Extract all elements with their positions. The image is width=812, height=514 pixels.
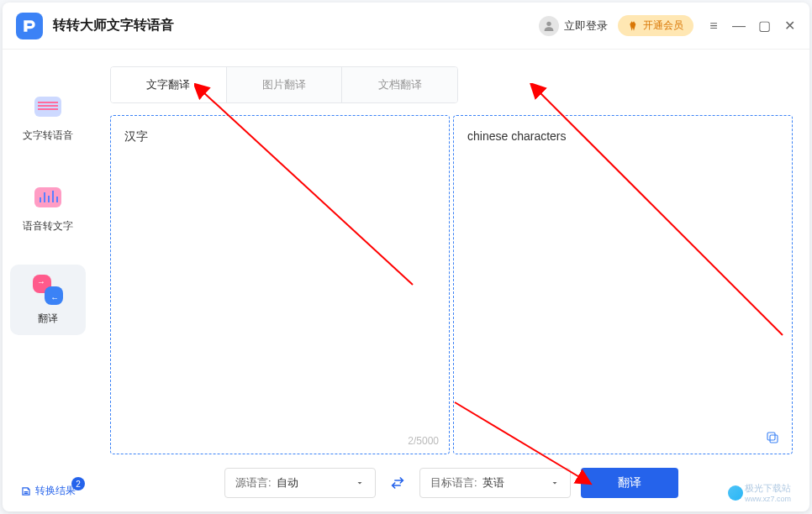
maximize-icon[interactable]: ▢ (757, 19, 771, 33)
avatar-icon[interactable] (539, 16, 559, 36)
source-text: 汉字 (124, 129, 148, 143)
target-text-panel: chinese characters (453, 115, 793, 454)
translate-button[interactable]: 翻译 (581, 468, 678, 498)
chevron-down-icon (550, 478, 560, 488)
char-counter: 2/5000 (408, 435, 439, 447)
source-language-select[interactable]: 源语言: 自动 (224, 468, 376, 498)
chevron-down-icon (355, 478, 365, 488)
sidebar: 文字转语音 语音转文字 → ← 翻译 2 (3, 50, 93, 511)
sidebar-item-translate[interactable]: → ← 翻译 (10, 265, 86, 335)
translate-icon: → ← (33, 275, 63, 305)
close-icon[interactable]: ✕ (783, 19, 796, 33)
tab-doc-translate[interactable]: 文档翻译 (342, 67, 457, 102)
svg-point-0 (546, 21, 551, 25)
tab-image-translate[interactable]: 图片翻译 (227, 67, 343, 102)
tab-bar: 文字翻译 图片翻译 文档翻译 (110, 66, 458, 103)
copy-icon[interactable] (765, 430, 782, 447)
main-panel: 文字翻译 图片翻译 文档翻译 汉字 2/5000 chinese charact… (93, 50, 809, 511)
minimize-icon[interactable]: — (732, 19, 746, 33)
app-window: 转转大师文字转语音 立即登录 开通会员 ≡ — ▢ ✕ 文字转语音 (3, 3, 809, 511)
sidebar-item-stt[interactable]: 语音转文字 (10, 174, 86, 244)
stt-icon (31, 186, 65, 212)
login-link[interactable]: 立即登录 (564, 18, 608, 34)
tts-icon (31, 95, 65, 122)
app-title: 转转大师文字转语音 (53, 17, 174, 34)
menu-icon[interactable]: ≡ (707, 19, 720, 33)
vip-button[interactable]: 开通会员 (618, 15, 693, 36)
titlebar: 转转大师文字转语音 立即登录 开通会员 ≡ — ▢ ✕ (3, 3, 809, 50)
svg-rect-2 (767, 433, 775, 440)
svg-rect-1 (770, 435, 778, 443)
target-language-select[interactable]: 目标语言: 英语 (419, 468, 571, 498)
diamond-icon (628, 20, 640, 32)
conversion-results-link[interactable]: 2 转换结果 (3, 484, 93, 498)
results-badge: 2 (71, 477, 85, 490)
app-logo-icon (16, 13, 43, 39)
tab-text-translate[interactable]: 文字翻译 (111, 67, 227, 102)
source-text-panel[interactable]: 汉字 2/5000 (110, 115, 450, 454)
target-text: chinese characters (467, 129, 567, 143)
sidebar-item-tts[interactable]: 文字转语音 (10, 83, 86, 154)
swap-languages-button[interactable] (386, 471, 409, 495)
